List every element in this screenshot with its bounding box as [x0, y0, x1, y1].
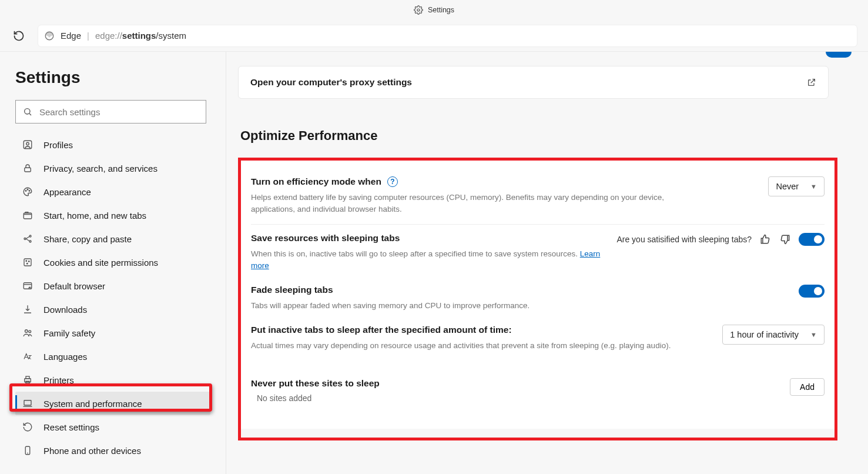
- nav-label: Share, copy and paste: [43, 234, 132, 244]
- nav-cookies[interactable]: Cookies and site permissions: [15, 251, 210, 274]
- nav-downloads[interactable]: Downloads: [15, 298, 210, 321]
- nav-label: System and performance: [43, 399, 142, 409]
- svg-point-8: [27, 189, 28, 191]
- nav-start[interactable]: Start, home, and new tabs: [15, 203, 210, 227]
- palette-icon: [21, 186, 34, 197]
- printer-icon: [21, 375, 34, 385]
- nav-label: Phone and other devices: [43, 446, 141, 456]
- reset-icon: [21, 422, 34, 432]
- cookie-icon: [21, 257, 34, 268]
- search-settings-box[interactable]: [15, 100, 206, 123]
- nav-reset[interactable]: Reset settings: [15, 415, 210, 439]
- address-bar[interactable]: Edge | edge://settings/system: [38, 25, 857, 47]
- phone-icon: [21, 445, 34, 456]
- fade-tabs-toggle[interactable]: [799, 285, 825, 298]
- share-icon: [21, 233, 34, 244]
- svg-point-2: [25, 109, 30, 114]
- settings-sidebar: Settings Profiles Privacy, search, and s…: [0, 52, 226, 474]
- language-icon: [21, 351, 34, 362]
- nav-printers[interactable]: Printers: [15, 368, 210, 392]
- nav-phone[interactable]: Phone and other devices: [15, 439, 210, 462]
- external-link-icon: [807, 78, 816, 87]
- tabs-icon: [21, 210, 34, 221]
- section-header: Optimize Performance: [240, 128, 868, 143]
- svg-point-0: [417, 9, 420, 11]
- nav-share[interactable]: Share, copy and paste: [15, 227, 210, 251]
- edge-logo-icon: [44, 31, 55, 41]
- svg-rect-4: [24, 141, 32, 149]
- nav-label: Start, home, and new tabs: [43, 211, 146, 221]
- nav-label: Family safety: [43, 328, 95, 338]
- nav-label: Reset settings: [43, 422, 99, 432]
- search-icon: [23, 107, 32, 116]
- nav-label: Profiles: [43, 140, 73, 150]
- gear-icon: [414, 5, 423, 15]
- title-bar: Settings: [0, 0, 868, 20]
- svg-point-12: [29, 235, 31, 237]
- nav-label: Printers: [43, 375, 74, 385]
- nav-label: Downloads: [43, 305, 87, 315]
- page-title: Settings: [15, 68, 210, 87]
- settings-content: Open your computer's proxy settings Opti…: [226, 52, 868, 474]
- svg-point-16: [29, 261, 30, 262]
- svg-point-9: [29, 191, 30, 192]
- nav-label: Privacy, search, and services: [43, 163, 157, 173]
- search-input[interactable]: [39, 107, 199, 117]
- svg-rect-23: [26, 376, 29, 379]
- nav-system-performance[interactable]: System and performance: [15, 392, 210, 415]
- svg-point-5: [26, 142, 29, 145]
- download-icon: [21, 304, 34, 315]
- svg-point-17: [27, 263, 28, 265]
- svg-point-15: [26, 261, 27, 262]
- nav-label: Default browser: [43, 281, 105, 291]
- browser-icon: [21, 281, 34, 291]
- proxy-title: Open your computer's proxy settings: [250, 77, 412, 88]
- nav-label: Cookies and site permissions: [43, 258, 158, 268]
- family-icon: [21, 328, 34, 338]
- sleeping-tabs-toggle[interactable]: [799, 233, 825, 246]
- svg-point-11: [24, 238, 26, 240]
- toolbar: Edge | edge://settings/system: [0, 20, 868, 52]
- nav-label: Appearance: [43, 187, 91, 197]
- reload-button[interactable]: [11, 28, 27, 44]
- nav-default-browser[interactable]: Default browser: [15, 274, 210, 298]
- svg-point-13: [29, 241, 31, 242]
- svg-rect-14: [24, 259, 31, 266]
- tab-title: Settings: [428, 6, 454, 14]
- svg-rect-25: [24, 400, 31, 405]
- nav-label: Languages: [43, 352, 87, 362]
- app-name: Edge: [61, 31, 81, 41]
- svg-point-7: [25, 191, 26, 192]
- profile-icon: [21, 139, 34, 150]
- svg-point-20: [25, 330, 28, 333]
- nav-profiles[interactable]: Profiles: [15, 133, 210, 156]
- toggle-cutoff[interactable]: [826, 52, 852, 58]
- separator: |: [87, 31, 89, 41]
- nav-privacy[interactable]: Privacy, search, and services: [15, 156, 210, 180]
- svg-line-3: [29, 114, 31, 115]
- nav-languages[interactable]: Languages: [15, 345, 210, 368]
- url: edge://settings/system: [95, 31, 186, 41]
- nav-appearance[interactable]: Appearance: [15, 180, 210, 203]
- nav-family[interactable]: Family safety: [15, 321, 210, 345]
- active-tab[interactable]: Settings: [414, 5, 454, 15]
- svg-point-19: [29, 287, 32, 290]
- nav-list: Profiles Privacy, search, and services A…: [15, 133, 210, 462]
- svg-rect-6: [25, 168, 31, 172]
- laptop-icon: [21, 398, 34, 409]
- svg-rect-10: [24, 213, 32, 219]
- lock-icon: [21, 163, 34, 173]
- performance-section: Turn on efficiency mode when ? Helps ext…: [238, 158, 837, 429]
- svg-point-21: [29, 331, 31, 333]
- proxy-settings-row[interactable]: Open your computer's proxy settings: [238, 66, 829, 99]
- highlight-overlay: [238, 158, 837, 440]
